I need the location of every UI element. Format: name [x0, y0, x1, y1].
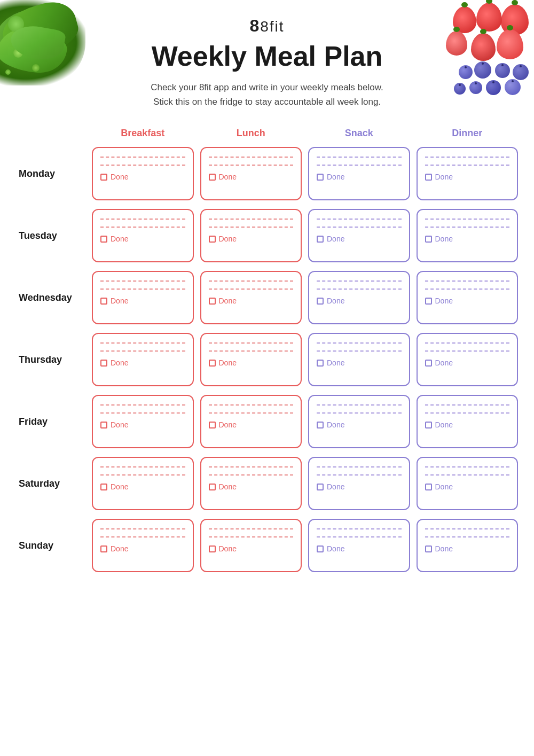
done-checkbox[interactable]	[317, 174, 324, 181]
saturday-snack[interactable]: Done	[308, 457, 410, 510]
done-checkbox[interactable]	[209, 484, 216, 490]
logo-fit: 8fit	[260, 18, 284, 35]
done-label: Done	[327, 482, 344, 491]
done-label: Done	[219, 173, 237, 181]
done-checkbox[interactable]	[317, 545, 324, 552]
monday-breakfast[interactable]: Done	[92, 147, 194, 200]
done-checkbox[interactable]	[317, 422, 324, 428]
thursday-breakfast[interactable]: Done	[92, 333, 194, 386]
sunday-dinner[interactable]: Done	[417, 519, 519, 572]
done-checkbox[interactable]	[100, 298, 107, 305]
wednesday-lunch[interactable]: Done	[200, 271, 302, 324]
done-checkbox[interactable]	[317, 484, 324, 490]
wednesday-dinner[interactable]: Done	[417, 271, 519, 324]
tuesday-breakfast[interactable]: Done	[92, 209, 194, 262]
monday-dinner[interactable]: Done	[417, 147, 519, 200]
day-sunday: Sunday	[16, 540, 85, 551]
monday-lunch[interactable]: Done	[200, 147, 302, 200]
saturday-breakfast[interactable]: Done	[92, 457, 194, 510]
sunday-snack[interactable]: Done	[308, 519, 410, 572]
thursday-dinner[interactable]: Done	[417, 333, 519, 386]
tuesday-lunch[interactable]: Done	[200, 209, 302, 262]
page-title: Weekly Meal Plan	[0, 40, 534, 72]
wednesday-breakfast[interactable]: Done	[92, 271, 194, 324]
done-row: Done	[317, 173, 402, 181]
friday-lunch[interactable]: Done	[200, 395, 302, 448]
thursday-snack[interactable]: Done	[308, 333, 410, 386]
header-dinner: Dinner	[417, 125, 519, 142]
row-sunday: Sunday Done Done Done	[16, 519, 518, 572]
meal-plan: Breakfast Lunch Snack Dinner Monday Done…	[0, 125, 534, 597]
done-checkbox[interactable]	[425, 236, 432, 243]
done-checkbox[interactable]	[317, 236, 324, 243]
row-monday: Monday Done Done Done	[16, 147, 518, 200]
wednesday-snack[interactable]: Done	[308, 271, 410, 324]
header-lunch: Lunch	[200, 125, 302, 142]
done-checkbox[interactable]	[317, 298, 324, 305]
done-label: Done	[219, 358, 237, 367]
header-spacer	[16, 125, 85, 142]
done-checkbox[interactable]	[425, 484, 432, 490]
done-label: Done	[435, 420, 453, 429]
tuesday-dinner[interactable]: Done	[417, 209, 519, 262]
done-label: Done	[435, 297, 453, 305]
page-header: 88fit Weekly Meal Plan Check your 8fit a…	[0, 0, 534, 109]
sunday-lunch[interactable]: Done	[200, 519, 302, 572]
header-snack: Snack	[308, 125, 410, 142]
done-checkbox[interactable]	[100, 360, 107, 367]
row-tuesday: Tuesday Done Done Done	[16, 209, 518, 262]
done-label: Done	[219, 544, 237, 553]
done-checkbox[interactable]	[425, 298, 432, 305]
done-checkbox[interactable]	[425, 545, 432, 552]
row-friday: Friday Done Done Done	[16, 395, 518, 448]
done-row: Done	[209, 173, 294, 181]
done-checkbox[interactable]	[100, 484, 107, 490]
friday-snack[interactable]: Done	[308, 395, 410, 448]
done-checkbox[interactable]	[209, 298, 216, 305]
done-label: Done	[327, 173, 344, 181]
done-checkbox[interactable]	[425, 360, 432, 367]
done-checkbox[interactable]	[100, 422, 107, 428]
app-logo: 88fit	[0, 16, 534, 36]
done-checkbox[interactable]	[317, 360, 324, 367]
done-label: Done	[219, 420, 237, 429]
row-wednesday: Wednesday Done Done Done	[16, 271, 518, 324]
subtitle-line2: Stick this on the fridge to stay account…	[153, 97, 381, 107]
done-label: Done	[111, 358, 128, 367]
done-checkbox[interactable]	[425, 422, 432, 428]
day-friday: Friday	[16, 416, 85, 427]
monday-snack[interactable]: Done	[308, 147, 410, 200]
done-row: Done	[425, 173, 510, 181]
done-checkbox[interactable]	[425, 174, 432, 181]
done-checkbox[interactable]	[209, 360, 216, 367]
done-label: Done	[327, 358, 344, 367]
done-checkbox[interactable]	[209, 545, 216, 552]
thursday-lunch[interactable]: Done	[200, 333, 302, 386]
done-label: Done	[327, 420, 344, 429]
done-label: Done	[327, 544, 344, 553]
done-label: Done	[111, 235, 128, 243]
dash1	[100, 157, 185, 158]
done-checkbox[interactable]	[209, 422, 216, 428]
row-saturday: Saturday Done Done Done	[16, 457, 518, 510]
saturday-dinner[interactable]: Done	[417, 457, 519, 510]
done-checkbox[interactable]	[100, 174, 107, 181]
sunday-breakfast[interactable]: Done	[92, 519, 194, 572]
done-label: Done	[435, 235, 453, 243]
saturday-lunch[interactable]: Done	[200, 457, 302, 510]
done-label: Done	[111, 482, 128, 491]
row-thursday: Thursday Done Done Done	[16, 333, 518, 386]
friday-dinner[interactable]: Done	[417, 395, 519, 448]
day-thursday: Thursday	[16, 354, 85, 365]
done-checkbox[interactable]	[100, 545, 107, 552]
logo-eight: 8	[249, 16, 260, 35]
done-checkbox[interactable]	[100, 236, 107, 243]
done-checkbox[interactable]	[209, 236, 216, 243]
dash2	[100, 165, 185, 166]
header-breakfast: Breakfast	[92, 125, 194, 142]
done-checkbox[interactable]	[209, 174, 216, 181]
done-label: Done	[435, 482, 453, 491]
tuesday-snack[interactable]: Done	[308, 209, 410, 262]
done-label: Done	[111, 420, 128, 429]
friday-breakfast[interactable]: Done	[92, 395, 194, 448]
